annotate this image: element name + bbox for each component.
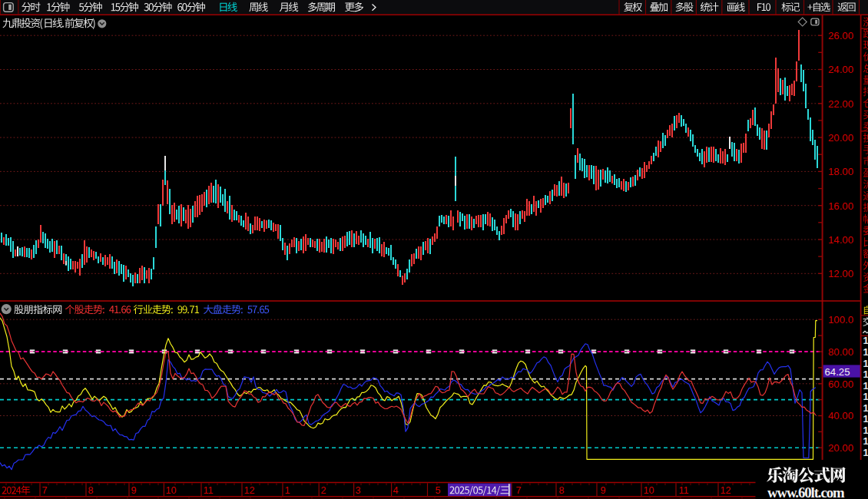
svg-text:40.00: 40.00	[828, 410, 853, 421]
svg-text:1: 1	[863, 391, 868, 402]
svg-text:18.00: 18.00	[828, 166, 853, 177]
svg-text:7: 7	[42, 485, 48, 496]
svg-text:5: 5	[436, 485, 441, 496]
svg-text:12: 12	[721, 485, 731, 496]
svg-text:20.00: 20.00	[828, 132, 853, 144]
svg-text:9: 9	[601, 485, 606, 496]
svg-text:12: 12	[244, 485, 255, 496]
svg-text:1: 1	[863, 368, 868, 380]
svg-text:1: 1	[863, 358, 868, 369]
svg-text:64.25: 64.25	[825, 366, 850, 378]
svg-text:7: 7	[516, 485, 522, 496]
svg-text:1: 1	[863, 413, 868, 425]
svg-text:1: 1	[863, 380, 868, 392]
svg-text:10: 10	[166, 485, 177, 496]
svg-text:16.00: 16.00	[828, 200, 853, 212]
svg-text:1: 1	[863, 402, 868, 414]
svg-text:80.00: 80.00	[828, 346, 853, 358]
svg-text:24.00: 24.00	[828, 64, 853, 75]
svg-text:12.00: 12.00	[828, 268, 853, 279]
svg-text:3: 3	[356, 485, 361, 496]
svg-text:2: 2	[321, 485, 326, 496]
svg-text:26.00: 26.00	[828, 30, 853, 41]
svg-text:1: 1	[863, 425, 868, 436]
svg-text:www.60lt.com: www.60lt.com	[767, 484, 845, 499]
svg-text:1: 1	[863, 335, 868, 346]
svg-text:9: 9	[131, 485, 137, 496]
svg-text:4: 4	[393, 485, 399, 496]
svg-text:10: 10	[644, 485, 654, 496]
svg-text:100.0: 100.0	[828, 314, 853, 326]
svg-text:11: 11	[204, 485, 214, 496]
svg-text:22.00: 22.00	[828, 98, 853, 110]
svg-text:8: 8	[559, 485, 565, 496]
svg-text:11: 11	[679, 485, 689, 496]
svg-text:20.00: 20.00	[828, 442, 853, 454]
svg-text:1: 1	[285, 485, 290, 496]
svg-text:1: 1	[863, 447, 868, 458]
svg-text:14.00: 14.00	[828, 234, 853, 246]
svg-text:1: 1	[863, 346, 868, 358]
svg-text:8: 8	[88, 485, 94, 496]
svg-text:60.00: 60.00	[828, 378, 853, 390]
svg-text:1: 1	[863, 435, 868, 447]
